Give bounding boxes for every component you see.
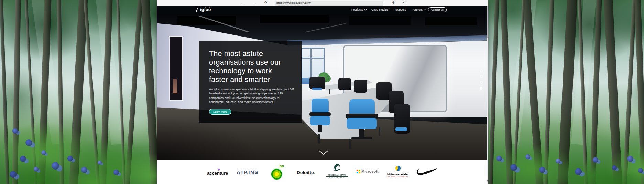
spartan-helmet-icon <box>333 164 341 173</box>
office-chair-blue <box>309 98 331 132</box>
bp-helios-icon <box>271 169 282 180</box>
hydrangea-flower <box>638 168 643 173</box>
chair-seat-blue <box>312 88 322 90</box>
mitt-sublabel: MID SWEDEN UNIVERSITY <box>385 176 411 178</box>
hydrangea-flower <box>12 128 18 134</box>
table-leg <box>349 139 351 149</box>
hero-paragraph: An Igloo immersive space is a bit like s… <box>209 87 295 104</box>
office-chair <box>338 78 351 90</box>
hydrangea-flower <box>25 139 32 146</box>
mitt-swirl-icon <box>394 165 401 172</box>
hydrangea-flower <box>539 167 545 173</box>
hero-heading-line: The most astute <box>209 50 294 58</box>
hydrangea-flower <box>575 168 582 175</box>
learn-more-button[interactable]: Learn more <box>209 109 231 115</box>
settings-gear-icon[interactable]: ⚙ <box>392 0 395 6</box>
mitt-label: Mittuniversitetet <box>385 173 411 176</box>
hydrangea-flower <box>496 156 502 161</box>
browser-window: ← → ⟳ https://www.igloovision.com/ ⚙ igl… <box>157 0 488 184</box>
hero-heading-line: technology to work <box>209 67 294 75</box>
hydrangea-flower <box>10 171 17 178</box>
hydrangea-flower <box>34 167 39 172</box>
reload-button[interactable]: ⟳ <box>264 0 267 6</box>
office-chair <box>354 80 367 93</box>
hero-text-panel: The most astute organisations use our te… <box>199 41 302 123</box>
hero-heading-line: organisations use our <box>209 58 294 67</box>
nike-swoosh-icon <box>416 168 438 176</box>
carousel-dot[interactable] <box>480 69 483 72</box>
dropdown-caret-icon <box>424 8 426 11</box>
hydrangea-flower <box>113 170 119 175</box>
nav-item-partners[interactable]: Partners <box>412 6 425 14</box>
carousel-dot-active[interactable] <box>480 87 482 90</box>
hero-section: The most astute organisations use our te… <box>157 14 487 160</box>
bp-wordmark: bp <box>280 164 284 168</box>
forest-bush <box>633 152 644 184</box>
scrollbar-down-arrow[interactable] <box>487 180 488 182</box>
logo-accenture: accenture > <box>207 171 228 176</box>
back-button[interactable]: ← <box>241 0 244 6</box>
hydrangea-flower <box>52 162 59 170</box>
hydrangea-flower <box>525 154 530 159</box>
logo-atkins: ATKINS <box>237 169 259 175</box>
scrollbar-thumb[interactable] <box>487 6 488 38</box>
nav-item-case-studies[interactable]: Case studies <box>371 6 388 14</box>
url-bar[interactable]: https://www.igloovision.com/ <box>275 1 383 6</box>
hydrangea-flower <box>67 156 73 161</box>
hydrangea-flower <box>41 150 46 155</box>
screenshot-root: ← → ⟳ https://www.igloovision.com/ ⚙ igl… <box>0 0 644 184</box>
window-mullion <box>302 58 324 59</box>
hydrangea-flower <box>510 164 517 171</box>
table-leg <box>329 89 330 94</box>
hydrangea-flower <box>81 167 87 173</box>
office-chair-blue <box>345 99 380 139</box>
ceiling-panel <box>349 16 411 25</box>
scrollbar[interactable] <box>487 6 488 184</box>
nav-item-products[interactable]: Products <box>351 6 366 14</box>
deloitte-dot: . <box>314 170 315 175</box>
contact-us-button[interactable]: Contact us <box>428 7 447 12</box>
hydrangea-flower <box>627 156 633 162</box>
forward-button[interactable]: → <box>253 0 256 6</box>
collapse-chrome-chevron-icon[interactable] <box>403 2 406 4</box>
msu-line2: UNIVERSITY <box>326 177 348 179</box>
hydrangea-flower <box>20 156 26 162</box>
hydrangea-flower <box>593 157 598 163</box>
carousel-dots <box>480 69 483 93</box>
ceiling-panel <box>177 16 236 25</box>
hydrangea-flower <box>98 161 102 165</box>
nav-item-support[interactable]: Support <box>395 6 406 14</box>
room-door <box>169 36 183 101</box>
logo-slash-icon <box>196 8 198 12</box>
chair-seat-blue <box>395 127 407 131</box>
logo-text: igloo <box>200 7 211 12</box>
logo-mittuniversitetet: Mittuniversitetet MID SWEDEN UNIVERSITY <box>385 166 411 178</box>
floor-shadow <box>157 117 260 160</box>
scroll-down-chevron-icon[interactable] <box>319 150 328 155</box>
ceiling-truss <box>305 23 346 33</box>
hydrangea-flower <box>556 159 560 163</box>
hero-heading-line: faster and smarter <box>209 75 294 84</box>
site-header: igloo Products Case studies Support Part… <box>157 6 488 14</box>
dropdown-caret-icon <box>364 8 367 11</box>
carousel-dot[interactable] <box>480 81 483 84</box>
carousel-dot[interactable] <box>480 75 483 78</box>
msu-line1: MICHIGAN STATE <box>326 174 348 177</box>
microsoft-squares-icon <box>357 170 360 173</box>
forest-bush <box>557 162 644 184</box>
logo-michigan-state: MICHIGAN STATE UNIVERSITY <box>326 164 348 179</box>
hydrangea-flower <box>612 165 617 170</box>
browser-chrome: ← → ⟳ https://www.igloovision.com/ ⚙ <box>157 0 488 6</box>
ceiling-panel <box>425 17 477 25</box>
logo-strip: accenture > ATKINS bp Deloitte. MICHIGAN… <box>157 160 487 184</box>
logo-deloitte: Deloitte. <box>297 170 315 175</box>
door-picture <box>173 79 177 93</box>
url-text: https://www.igloovision.com/ <box>276 1 311 4</box>
ceiling-panel <box>260 15 329 23</box>
table-leg <box>318 134 320 144</box>
logo-bp: bp <box>270 164 285 181</box>
